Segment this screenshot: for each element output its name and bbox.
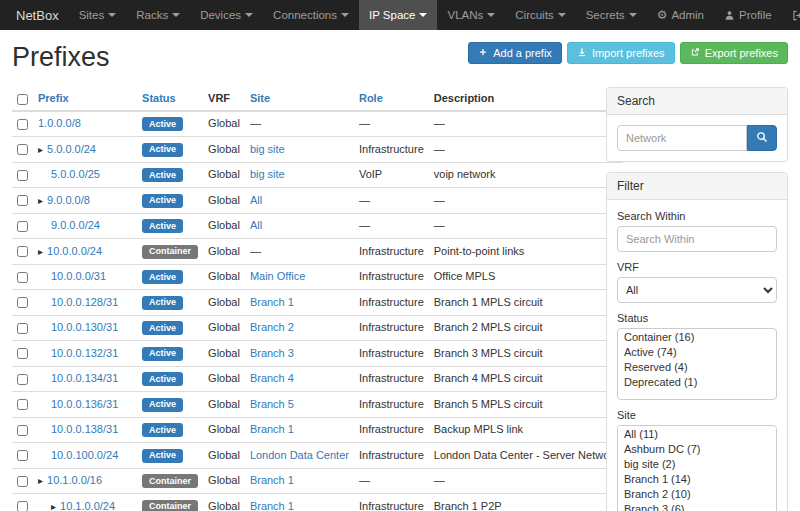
prefix-link[interactable]: 10.0.0.136/31 bbox=[51, 398, 118, 410]
nav-item-admin[interactable]: ⚙ Admin bbox=[647, 0, 714, 30]
filter-option[interactable]: big site (2) bbox=[618, 456, 776, 471]
prefix-link[interactable]: 1.0.0.0/8 bbox=[38, 117, 81, 129]
search-panel: Search bbox=[606, 87, 788, 162]
site-link[interactable]: Branch 1 bbox=[250, 423, 294, 435]
row-checkbox[interactable] bbox=[17, 246, 28, 257]
prefix-link[interactable]: 5.0.0.0/25 bbox=[51, 168, 100, 180]
nav-item-devices[interactable]: Devices bbox=[190, 0, 263, 30]
filter-option[interactable]: Branch 3 (6) bbox=[618, 501, 776, 511]
table-row: 9.0.0.0/24ActiveGlobalAll—— bbox=[12, 213, 623, 239]
site-link[interactable]: Branch 3 bbox=[250, 347, 294, 359]
prefix-link[interactable]: 10.0.0.0/31 bbox=[51, 270, 106, 282]
nav-item-profile[interactable]: Profile bbox=[714, 0, 782, 30]
prefix-link[interactable]: 10.1.0.0/24 bbox=[60, 500, 115, 511]
row-checkbox[interactable] bbox=[17, 195, 28, 206]
nav-item-label: Racks bbox=[136, 9, 168, 21]
status-badge: Active bbox=[142, 449, 183, 463]
nav-item-sites[interactable]: Sites bbox=[69, 0, 127, 30]
description-cell: Branch 5 MPLS circuit bbox=[429, 392, 624, 418]
checkbox-cell bbox=[12, 137, 33, 163]
sidebar: Search Filter Search Within bbox=[606, 87, 788, 511]
site-link[interactable]: Main Office bbox=[250, 270, 305, 282]
site-cell: Branch 1 bbox=[245, 417, 354, 443]
row-checkbox[interactable] bbox=[17, 297, 28, 308]
filter-option[interactable]: Reserved (4) bbox=[618, 359, 776, 374]
prefix-link[interactable]: 10.0.0.0/24 bbox=[47, 245, 102, 257]
nav-item-logout[interactable]: Log out bbox=[782, 0, 800, 30]
prefix-link[interactable]: 10.0.0.134/31 bbox=[51, 372, 118, 384]
search-button[interactable] bbox=[747, 125, 777, 151]
row-checkbox[interactable] bbox=[17, 170, 28, 181]
site-link[interactable]: Branch 1 bbox=[250, 296, 294, 308]
export-prefixes-button[interactable]: Export prefixes bbox=[680, 42, 788, 64]
site-link[interactable]: Branch 1 bbox=[250, 500, 294, 511]
prefix-link[interactable]: 9.0.0.0/24 bbox=[51, 219, 100, 231]
row-checkbox[interactable] bbox=[17, 221, 28, 232]
checkbox-cell bbox=[12, 264, 33, 290]
site-link[interactable]: All bbox=[250, 219, 262, 231]
status-cell: Active bbox=[137, 443, 203, 469]
row-checkbox[interactable] bbox=[17, 323, 28, 334]
site-link[interactable]: Branch 5 bbox=[250, 398, 294, 410]
row-checkbox[interactable] bbox=[17, 144, 28, 155]
vrf-select[interactable]: All bbox=[617, 277, 777, 303]
prefix-link[interactable]: 10.0.0.130/31 bbox=[51, 321, 118, 333]
brand[interactable]: NetBox bbox=[6, 0, 69, 30]
row-checkbox[interactable] bbox=[17, 348, 28, 359]
select-all-checkbox[interactable] bbox=[17, 94, 28, 105]
site-link[interactable]: big site bbox=[250, 143, 285, 155]
column-header-role[interactable]: Role bbox=[354, 87, 429, 111]
site-link[interactable]: Branch 4 bbox=[250, 372, 294, 384]
site-listbox[interactable]: All (11)Ashburn DC (7)big site (2)Branch… bbox=[617, 425, 777, 511]
filter-option[interactable]: Active (74) bbox=[618, 344, 776, 359]
nav-item-racks[interactable]: Racks bbox=[126, 0, 190, 30]
add-prefix-button[interactable]: Add a prefix bbox=[468, 42, 562, 64]
row-checkbox[interactable] bbox=[17, 399, 28, 410]
prefix-link[interactable]: 10.0.0.128/31 bbox=[51, 296, 118, 308]
row-checkbox[interactable] bbox=[17, 450, 28, 461]
search-within-input[interactable] bbox=[617, 226, 777, 252]
status-badge: Active bbox=[142, 219, 183, 233]
nav-item-connections[interactable]: Connections bbox=[263, 0, 359, 30]
nav-item-secrets[interactable]: Secrets bbox=[576, 0, 647, 30]
column-header-prefix[interactable]: Prefix bbox=[33, 87, 137, 111]
column-header-vrf: VRF bbox=[203, 87, 245, 111]
import-prefixes-button[interactable]: Import prefixes bbox=[567, 42, 675, 64]
row-checkbox[interactable] bbox=[17, 119, 28, 130]
prefix-link[interactable]: 10.0.0.132/31 bbox=[51, 347, 118, 359]
prefix-link[interactable]: 10.0.100.0/24 bbox=[51, 449, 118, 461]
site-link[interactable]: big site bbox=[250, 168, 285, 180]
nav-item-ip-space[interactable]: IP Space bbox=[359, 0, 437, 30]
search-input[interactable] bbox=[617, 125, 747, 151]
checkbox-cell bbox=[12, 494, 33, 511]
nav-item-vlans[interactable]: VLANs bbox=[437, 0, 505, 30]
row-checkbox[interactable] bbox=[17, 425, 28, 436]
prefix-link[interactable]: 10.0.0.138/31 bbox=[51, 423, 118, 435]
row-checkbox[interactable] bbox=[17, 501, 28, 511]
site-link[interactable]: All bbox=[250, 194, 262, 206]
column-header-status[interactable]: Status bbox=[137, 87, 203, 111]
filter-option[interactable]: Deprecated (1) bbox=[618, 374, 776, 389]
site-link[interactable]: Branch 2 bbox=[250, 321, 294, 333]
site-cell: Branch 4 bbox=[245, 366, 354, 392]
site-cell: big site bbox=[245, 162, 354, 188]
prefix-link[interactable]: 9.0.0.0/8 bbox=[47, 194, 90, 206]
nav-item-circuits[interactable]: Circuits bbox=[505, 0, 575, 30]
filter-option[interactable]: Ashburn DC (7) bbox=[618, 441, 776, 456]
status-listbox[interactable]: Container (16)Active (74)Reserved (4)Dep… bbox=[617, 328, 777, 400]
column-header-description: Description bbox=[429, 87, 624, 111]
filter-option[interactable]: Container (16) bbox=[618, 329, 776, 344]
site-cell: — bbox=[245, 111, 354, 137]
row-checkbox[interactable] bbox=[17, 272, 28, 283]
site-link[interactable]: Branch 1 bbox=[250, 474, 294, 486]
column-header-site[interactable]: Site bbox=[245, 87, 354, 111]
site-link[interactable]: London Data Center bbox=[250, 449, 349, 461]
table-row: ▸9.0.0.0/8ActiveGlobalAll—— bbox=[12, 188, 623, 214]
row-checkbox[interactable] bbox=[17, 476, 28, 487]
filter-option[interactable]: Branch 1 (14) bbox=[618, 471, 776, 486]
filter-option[interactable]: Branch 2 (10) bbox=[618, 486, 776, 501]
row-checkbox[interactable] bbox=[17, 374, 28, 385]
prefix-link[interactable]: 5.0.0.0/24 bbox=[47, 143, 96, 155]
filter-option[interactable]: All (11) bbox=[618, 426, 776, 441]
prefix-link[interactable]: 10.1.0.0/16 bbox=[47, 474, 102, 486]
